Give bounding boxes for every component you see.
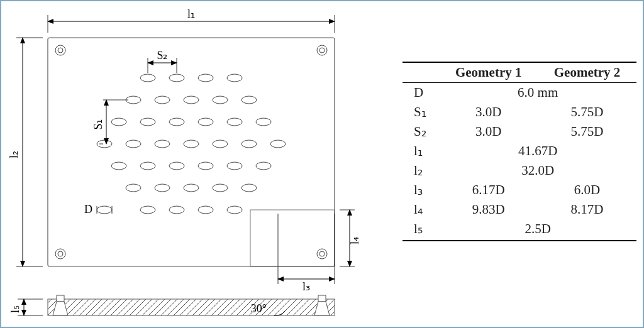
col-g1: Geometry 1 [439,62,538,83]
table-row: l₃6.17D6.0D [402,180,636,200]
label-l4: l₄ [348,237,361,244]
svg-rect-68 [318,295,326,302]
table-row: l₅2.5D [402,219,636,241]
label-l5: l₅ [9,305,21,313]
col-g2: Geometry 2 [538,62,636,83]
engineering-drawing: l₁ l₂ S₂ S₁ D l₃ l₄ [3,3,374,327]
table-row: D6.0 mm [402,83,636,103]
drawing-svg: l₁ l₂ S₂ S₁ D l₃ l₄ [3,3,374,327]
table-row: l₁41.67D [402,141,636,161]
table-row: S₁3.0D5.75D [402,102,636,122]
label-l2: l₂ [8,151,20,158]
label-s1: S₁ [92,119,104,129]
geometry-table: Geometry 1 Geometry 2 D6.0 mm S₁3.0D5.75… [402,62,636,241]
plate-side-view [48,299,335,315]
label-s2: S₂ [157,49,167,62]
label-d: D [84,203,92,216]
label-l3: l₃ [303,280,310,293]
svg-rect-67 [57,295,64,302]
table-row: l₄9.83D8.17D [402,200,636,219]
page: l₁ l₂ S₂ S₁ D l₃ l₄ [0,0,644,328]
label-l1: l₁ [187,8,195,20]
table-row: l₂32.0D [402,161,636,180]
label-angle: 30° [251,302,267,315]
plate-top-view [48,38,335,266]
table-row: S₂3.0D5.75D [402,122,636,141]
